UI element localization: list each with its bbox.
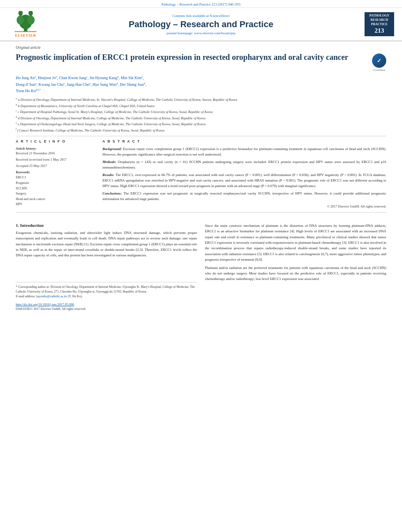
svg-point-2 xyxy=(17,16,24,24)
crossmark-label: CrossMark xyxy=(372,69,386,72)
right-column: Since the main cytotoxic mechanism of pl… xyxy=(205,223,386,311)
abstract-conclusions: Conclusions: The ERCC1 expression was no… xyxy=(102,191,386,202)
intro-paragraph-1: Exogenous chemicals, ionizing radiation,… xyxy=(16,230,197,258)
authors: Ho Jung Ana, Heejoon Job, Chan Kwon Jung… xyxy=(16,75,386,94)
journal-homepage: journal homepage: www.elsevier.com/locat… xyxy=(43,31,359,35)
sciencedirect-name[interactable]: ScienceDirect xyxy=(210,14,229,18)
results-label: Results: xyxy=(102,173,114,177)
authors-text-3: Yoon Ho Kod,f,* xyxy=(16,89,41,93)
journal-reference: Pathology – Research and Practice 213 (2… xyxy=(162,2,241,6)
article-info: A R T I C L E I N F O Article history: R… xyxy=(16,139,95,208)
footnote-area: * Corresponding author at: Division of O… xyxy=(16,282,197,299)
received-date: Received 21 November 2016 xyxy=(16,151,95,155)
footnote-email: E-mail address: kayonho@catholic.ac.kr (… xyxy=(16,294,197,299)
abstract-results: Results: The ERCC1, over-expressed in 66… xyxy=(102,172,386,189)
journal-center: Contents lists available at ScienceDirec… xyxy=(43,14,359,35)
history-label: Article history: xyxy=(16,146,95,150)
article-body: Original article Prognostic implication … xyxy=(0,41,402,220)
keywords-list: ERCC1 Prognosis SCCHN Surgery Head and n… xyxy=(16,175,95,207)
authors-text-2: Dong-Il Sune, Kwang Jae Choe, Jung-Hae C… xyxy=(16,82,146,87)
svg-point-3 xyxy=(28,16,35,24)
affiliation-e: e e Department of Otolaryngology–Head an… xyxy=(16,121,386,127)
divider-2 xyxy=(16,212,386,213)
conclusions-label: Conclusions: xyxy=(102,191,122,195)
article-title-row: Prognostic implication of ERCC1 protein … xyxy=(16,52,386,72)
homepage-url[interactable]: www.elsevier.com/locate/prp xyxy=(194,31,235,35)
keyword-1: ERCC1 xyxy=(16,175,95,180)
svg-point-5 xyxy=(19,11,23,16)
info-abstract-section: A R T I C L E I N F O Article history: R… xyxy=(16,139,386,208)
results-text: The ERCC1, over-expressed in 66.7% of pa… xyxy=(102,173,386,188)
abstract-methods: Methods: Oropharynx (n = 143) or oral ca… xyxy=(102,159,386,171)
sciencedirect-link: Contents lists available at ScienceDirec… xyxy=(43,14,359,18)
keyword-6: HPV xyxy=(16,202,95,207)
right-paragraph-2: Platinum and/or radiation are the prefer… xyxy=(205,265,386,282)
affiliation-b: b b Department of Biostatistics, Univers… xyxy=(16,103,386,109)
affiliation-f: f f Cancer Research Institute, College o… xyxy=(16,127,386,133)
affiliation-d: d d Division of Oncology, Department of … xyxy=(16,115,386,121)
prp-line1: PATHOLOGY xyxy=(365,13,393,18)
keyword-2: Prognosis xyxy=(16,180,95,186)
elsevier-text: ELSEVIER xyxy=(15,33,36,37)
methods-text: Oropharynx (n = 143) or oral cavity (n =… xyxy=(102,160,386,169)
abstract-background: Background: Excision repair cross comple… xyxy=(102,146,386,158)
background-text: Excision repair cross complement group 1… xyxy=(102,147,386,156)
prp-line2: RESEARCH xyxy=(365,18,393,22)
page: Pathology – Research and Practice 213 (2… xyxy=(0,0,402,532)
abstract-heading: A B S T R A C T xyxy=(102,139,386,143)
crossmark-icon: ✓ xyxy=(372,54,386,68)
issn-text: 0344-0338/© 2017 Elsevier GmbH. All righ… xyxy=(16,307,197,311)
affiliations: a a Division of Oncology, Department of … xyxy=(16,96,386,133)
intro-body-text: Exogenous chemicals, ionizing radiation,… xyxy=(16,230,197,258)
affiliation-a: a a Division of Oncology, Department of … xyxy=(16,96,386,102)
intro-section-title: 1. Introduction xyxy=(16,223,197,228)
prp-line3: PRACTICE xyxy=(365,22,393,26)
prp-number: 213 xyxy=(365,26,393,35)
crossmark: ✓ CrossMark xyxy=(372,54,386,72)
svg-point-7 xyxy=(28,11,33,16)
prp-logo-box: PATHOLOGY RESEARCH PRACTICE 213 xyxy=(365,12,394,37)
sciencedirect-label: Contents lists available at xyxy=(173,14,209,18)
section-number: 1. xyxy=(16,223,19,228)
footnote-email-suffix: (Y. Ho Ko). xyxy=(68,295,83,298)
journal-header: ELSEVIER Contents lists available at Sci… xyxy=(0,8,402,41)
affiliation-c: c c Department of Hospital Pathology, Se… xyxy=(16,109,386,115)
journal-title: Pathology – Research and Practice xyxy=(43,19,359,30)
background-label: Background: xyxy=(102,147,122,151)
footnote-corresponding: * Corresponding author at: Division of O… xyxy=(16,285,197,294)
divider-1 xyxy=(16,136,386,136)
main-content: 1. Introduction Exogenous chemicals, ion… xyxy=(0,223,402,311)
elsevier-tree-icon xyxy=(12,11,39,33)
elsevier-logo: ELSEVIER xyxy=(8,11,43,37)
abstract: A B S T R A C T Background: Excision rep… xyxy=(102,139,386,208)
section-name: Introduction xyxy=(20,223,44,228)
right-paragraph-1: Since the main cytotoxic mechanism of pl… xyxy=(205,223,386,263)
article-title: Prognostic implication of ERCC1 protein … xyxy=(16,52,368,62)
keyword-4: Surgery xyxy=(16,191,95,196)
article-type: Original article xyxy=(16,45,386,50)
methods-label: Methods: xyxy=(102,160,116,164)
abstract-text: Background: Excision repair cross comple… xyxy=(102,146,386,202)
prp-logo: PATHOLOGY RESEARCH PRACTICE 213 xyxy=(359,12,394,37)
copyright: © 2017 Elsevier GmbH. All rights reserve… xyxy=(102,204,386,208)
keywords-label: Keywords: xyxy=(16,170,95,174)
right-body-text: Since the main cytotoxic mechanism of pl… xyxy=(205,223,386,282)
conclusions-text: The ERCC1 expression was not prognostic … xyxy=(102,191,386,201)
homepage-label: journal homepage: xyxy=(167,31,193,35)
accepted-date: Accepted 25 May 2017 xyxy=(16,164,95,168)
keyword-5: Head and neck cancer xyxy=(16,196,95,202)
doi-section: http://dx.doi.org/10.1016/j.prp.2017.05.… xyxy=(16,302,197,311)
footnote-email-address[interactable]: kayonho@catholic.ac.kr xyxy=(36,295,67,298)
left-column: 1. Introduction Exogenous chemicals, ion… xyxy=(16,223,197,311)
doi-link[interactable]: http://dx.doi.org/10.1016/j.prp.2017.05.… xyxy=(16,302,74,306)
authors-text: Ho Jung Ana, Heejoon Job, Chan Kwon Jung… xyxy=(16,76,144,80)
revised-date: Received in revised form 1 May 2017 xyxy=(16,158,95,161)
keyword-3: SCCHN xyxy=(16,186,95,191)
article-info-heading: A R T I C L E I N F O xyxy=(16,139,95,143)
journal-reference-bar: Pathology – Research and Practice 213 (2… xyxy=(0,0,402,8)
